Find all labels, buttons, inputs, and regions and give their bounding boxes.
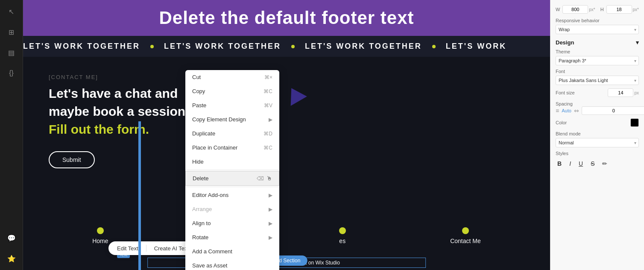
canvas-area[interactable]: LET'S WORK TOGETHER LET'S WORK TOGETHER … xyxy=(23,36,550,270)
menu-item-save-asset[interactable]: Save as Asset xyxy=(185,258,279,270)
menu-item-copy-design[interactable]: Copy Element Design ▶ xyxy=(185,112,279,126)
font-select-wrap: Plus Jakarta Sans Light xyxy=(556,76,639,85)
line-spacing-icon: ≡ xyxy=(556,107,559,114)
theme-select[interactable]: Paragraph 3* xyxy=(556,56,639,65)
badge-icon[interactable]: ⭐ xyxy=(5,252,18,265)
menu-comment-label: Add a Comment xyxy=(192,248,232,255)
menu-delete-shortcut: ⌫ xyxy=(257,176,264,182)
nav-label-contact: Contact Me xyxy=(450,238,481,244)
font-size-unit: px xyxy=(634,91,639,95)
design-section-title: Design ▾ xyxy=(556,39,639,46)
marquee-text-1: LET'S WORK TOGETHER xyxy=(23,42,140,51)
cursor-icon[interactable]: ↖ xyxy=(5,5,18,18)
nav-dot-es xyxy=(339,227,346,234)
h-input[interactable] xyxy=(606,5,632,14)
menu-copy-design-label: Copy Element Design xyxy=(192,116,246,123)
italic-button[interactable]: I xyxy=(568,159,573,168)
marquee-bar: LET'S WORK TOGETHER LET'S WORK TOGETHER … xyxy=(23,36,550,57)
menu-paste-shortcut: ⌘V xyxy=(264,103,272,109)
website-preview: LET'S WORK TOGETHER LET'S WORK TOGETHER … xyxy=(23,36,550,270)
h-label: H xyxy=(600,7,604,12)
nav-item-contact[interactable]: Contact Me xyxy=(450,227,481,244)
contact-link[interactable]: Fill out the form. xyxy=(49,122,149,136)
marquee-content: LET'S WORK TOGETHER LET'S WORK TOGETHER … xyxy=(23,42,506,51)
nav-label-home: Home xyxy=(92,238,108,244)
menu-hide-label: Hide xyxy=(192,158,204,165)
menu-delete-label: Delete xyxy=(193,175,209,182)
menu-item-place[interactable]: Place in Container ⌘C xyxy=(185,141,279,155)
contact-section: [CONTACT ME] Let's have a chat and maybe… xyxy=(23,57,550,185)
menu-item-paste[interactable]: Paste ⌘V xyxy=(185,98,279,112)
submit-button[interactable]: Submit xyxy=(49,151,95,168)
footer-nav: Home Portfolio es Contact Me xyxy=(23,227,550,244)
title-banner: Delete the default footer text xyxy=(23,0,550,36)
w-label: W xyxy=(556,7,560,12)
menu-item-editor-addons[interactable]: Editor Add-ons ▶ xyxy=(185,188,279,202)
strikethrough-button[interactable]: S xyxy=(589,159,596,168)
color-label: Color xyxy=(556,120,567,125)
responsive-select[interactable]: Wrap xyxy=(556,25,639,34)
drag-handle[interactable] xyxy=(138,121,141,270)
nav-item-es[interactable]: es xyxy=(339,227,346,244)
arrange-arrow: ▶ xyxy=(269,206,272,212)
code-icon[interactable]: {} xyxy=(5,67,18,79)
edit-text-button[interactable]: Edit Text xyxy=(114,244,141,252)
theme-label: Theme xyxy=(556,49,639,54)
menu-arrange-label: Arrange xyxy=(192,206,212,212)
page-title: Delete the default footer text xyxy=(23,8,550,28)
table-icon[interactable]: ▤ xyxy=(5,46,18,59)
editor-addons-arrow: ▶ xyxy=(269,192,272,198)
w-input-wrap: px* xyxy=(562,5,595,14)
color-swatch[interactable] xyxy=(630,118,639,127)
font-select[interactable]: Plus Jakarta Sans Light xyxy=(556,76,639,85)
font-size-input[interactable] xyxy=(608,88,633,97)
marquee-dot-2 xyxy=(291,45,295,48)
letter-spacing-input[interactable] xyxy=(582,106,644,115)
w-input[interactable] xyxy=(562,5,588,14)
nav-dot-home xyxy=(97,227,104,234)
blend-mode-select[interactable]: Normal xyxy=(556,138,639,147)
comment-icon[interactable]: 💬 xyxy=(5,232,18,244)
underline-button[interactable]: U xyxy=(577,159,585,168)
font-label: Font xyxy=(556,69,639,74)
h-input-wrap: px* xyxy=(606,5,639,14)
theme-select-wrap: Paragraph 3* xyxy=(556,56,639,65)
h-unit: px* xyxy=(633,7,639,12)
menu-item-cut[interactable]: Cut ⌘× xyxy=(185,70,279,84)
heading-line2: maybe book a session. xyxy=(49,104,189,118)
align-arrow: ▶ xyxy=(269,220,272,226)
responsive-label: Responsive behavior xyxy=(556,18,639,23)
menu-item-delete[interactable]: Delete ⌫ 🖱 xyxy=(185,171,279,186)
menu-separator-1 xyxy=(185,170,279,170)
nav-dot-contact xyxy=(462,227,469,234)
nav-item-home[interactable]: Home xyxy=(92,227,108,244)
bold-button[interactable]: B xyxy=(556,159,563,168)
copy-design-arrow: ▶ xyxy=(269,117,272,123)
menu-place-label: Place in Container xyxy=(192,144,237,151)
heading-line1: Let's have a chat and xyxy=(49,86,178,100)
color-row: Color xyxy=(556,118,639,127)
context-menu: Cut ⌘× Copy ⌘C Paste ⌘V Copy Element Des… xyxy=(185,70,279,270)
spacing-row: ≡ Auto ⇔ em xyxy=(556,106,639,115)
menu-item-comment[interactable]: Add a Comment xyxy=(185,244,279,258)
menu-item-arrange: Arrange ▶ xyxy=(185,202,279,216)
responsive-select-wrap: Wrap xyxy=(556,25,639,34)
toolbar-divider-1 xyxy=(146,245,146,252)
grid-icon[interactable]: ⊞ xyxy=(5,26,18,38)
spacing-auto[interactable]: Auto xyxy=(562,108,571,113)
menu-item-duplicate[interactable]: Duplicate ⌘D xyxy=(185,126,279,141)
menu-editor-addons-label: Editor Add-ons xyxy=(192,192,228,198)
contact-label: [CONTACT ME] xyxy=(49,74,524,80)
marquee-dot-3 xyxy=(432,45,436,48)
menu-item-hide[interactable]: Hide xyxy=(185,155,279,169)
menu-item-rotate[interactable]: Rotate ▶ xyxy=(185,230,279,244)
menu-item-copy[interactable]: Copy ⌘C xyxy=(185,84,279,98)
styles-row: B I U S ✏ xyxy=(556,159,639,168)
design-arrow: ▾ xyxy=(636,39,639,46)
paint-button[interactable]: ✏ xyxy=(600,159,609,168)
font-size-row: Font size px xyxy=(556,88,639,97)
w-unit: px* xyxy=(589,7,595,12)
menu-item-align[interactable]: Align to ▶ xyxy=(185,216,279,230)
menu-duplicate-shortcut: ⌘D xyxy=(263,131,272,137)
marquee-text-4: LET'S WORK xyxy=(446,42,506,51)
